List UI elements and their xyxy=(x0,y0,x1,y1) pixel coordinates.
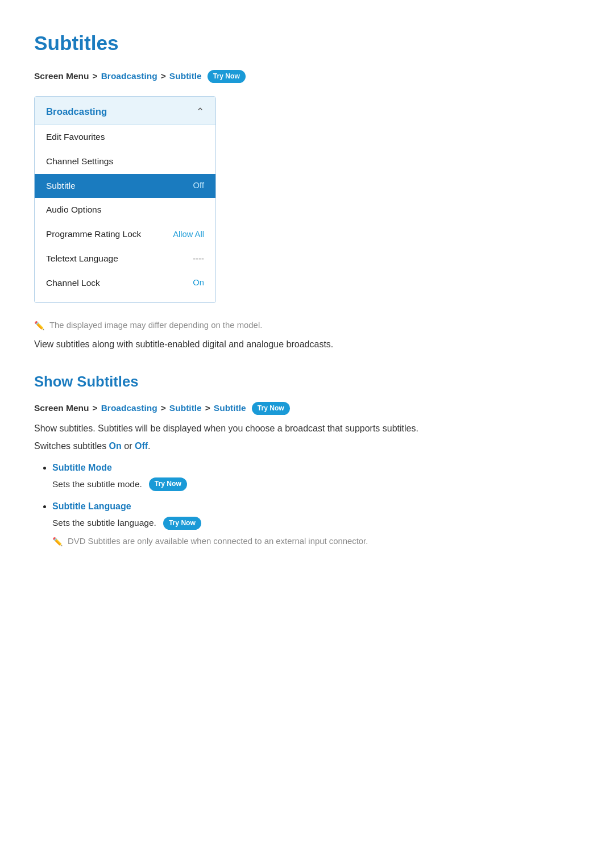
try-now-badge-3[interactable]: Try Now xyxy=(149,477,187,491)
menu-item-channel-settings[interactable]: Channel Settings xyxy=(35,149,215,174)
bc2-sep-2: > xyxy=(161,401,166,416)
bullet-desc-language-text: Sets the subtitle language. xyxy=(52,516,156,530)
breadcrumb-1: Screen Menu > Broadcasting > Subtitle Tr… xyxy=(34,69,580,84)
bullet-desc-mode-text: Sets the subtitle mode. xyxy=(52,477,142,492)
bc-subtitle[interactable]: Subtitle xyxy=(169,69,202,84)
menu-item-value: Off xyxy=(193,179,204,193)
bc-screen-menu: Screen Menu xyxy=(34,69,89,84)
section-desc-1: Show subtitles. Subtitles will be displa… xyxy=(34,421,580,436)
desc2-end: . xyxy=(148,441,150,451)
menu-item-value: Allow All xyxy=(173,228,204,242)
list-item-subtitle-mode: Subtitle Mode Sets the subtitle mode. Tr… xyxy=(52,460,580,491)
menu-item-subtitle[interactable]: Subtitle Off xyxy=(35,174,215,198)
bullet-desc-mode: Sets the subtitle mode. Try Now xyxy=(52,477,580,492)
section-desc-2: Switches subtitles On or Off. xyxy=(34,439,580,454)
menu-item-label: Channel Settings xyxy=(46,155,113,169)
menu-item-label: Edit Favourites xyxy=(46,130,105,144)
desc2-pre: Switches subtitles xyxy=(34,441,109,451)
try-now-badge-2[interactable]: Try Now xyxy=(252,402,290,415)
note-row-1: ✏️ The displayed image may differ depend… xyxy=(34,319,580,333)
bullet-list: Subtitle Mode Sets the subtitle mode. Tr… xyxy=(34,460,580,549)
menu-item-label: Teletext Language xyxy=(46,252,118,266)
desc2-off: Off xyxy=(135,441,148,451)
menu-item-teletext-language[interactable]: Teletext Language ---- xyxy=(35,247,215,271)
bullet-label-language: Subtitle Language xyxy=(52,499,580,514)
menu-header: Broadcasting ⌃ xyxy=(35,97,215,125)
breadcrumb-2: Screen Menu > Broadcasting > Subtitle > … xyxy=(34,401,580,416)
menu-item-value: ---- xyxy=(193,252,204,266)
bc2-sep-1: > xyxy=(93,401,98,416)
bullet-desc-language: Sets the subtitle language. Try Now xyxy=(52,516,580,530)
sub-note-text: DVD Subtitles are only available when co… xyxy=(68,535,368,549)
page-title: Subtitles xyxy=(34,27,580,59)
list-item-subtitle-language: Subtitle Language Sets the subtitle lang… xyxy=(52,499,580,549)
bc-sep-1: > xyxy=(93,69,98,84)
page-description: View subtitles along with subtitle-enabl… xyxy=(34,337,580,352)
menu-item-audio-options[interactable]: Audio Options xyxy=(35,198,215,222)
menu-header-label: Broadcasting xyxy=(46,105,107,120)
sub-note-dvd: ✏️ DVD Subtitles are only available when… xyxy=(52,535,580,549)
menu-box: Broadcasting ⌃ Edit Favourites Channel S… xyxy=(34,96,216,303)
bc2-screen-menu: Screen Menu xyxy=(34,401,89,416)
menu-item-label: Subtitle xyxy=(46,179,76,193)
bc-broadcasting[interactable]: Broadcasting xyxy=(101,69,157,84)
bc2-subtitle-1[interactable]: Subtitle xyxy=(169,401,202,416)
section-title: Show Subtitles xyxy=(34,370,580,393)
bc2-subtitle-2[interactable]: Subtitle xyxy=(214,401,246,416)
bc2-broadcasting[interactable]: Broadcasting xyxy=(101,401,157,416)
menu-item-edit-favourites[interactable]: Edit Favourites xyxy=(35,125,215,149)
desc2-mid: or xyxy=(122,441,135,451)
menu-item-channel-lock[interactable]: Channel Lock On xyxy=(35,271,215,296)
bullet-label-mode: Subtitle Mode xyxy=(52,460,580,475)
pencil-icon: ✏️ xyxy=(34,319,45,333)
bc-sep-2: > xyxy=(161,69,166,84)
note-text-1: The displayed image may differ depending… xyxy=(49,319,262,333)
chevron-up-icon: ⌃ xyxy=(196,105,204,120)
menu-item-programme-rating-lock[interactable]: Programme Rating Lock Allow All xyxy=(35,222,215,247)
pencil-icon-2: ✏️ xyxy=(52,535,63,549)
bc2-sep-3: > xyxy=(205,401,210,416)
try-now-badge-1[interactable]: Try Now xyxy=(208,70,246,83)
try-now-badge-4[interactable]: Try Now xyxy=(163,517,201,530)
menu-item-value: On xyxy=(193,276,204,290)
menu-item-label: Audio Options xyxy=(46,203,101,217)
desc2-on: On xyxy=(109,441,122,451)
menu-item-label: Programme Rating Lock xyxy=(46,227,141,242)
menu-item-label: Channel Lock xyxy=(46,276,100,290)
